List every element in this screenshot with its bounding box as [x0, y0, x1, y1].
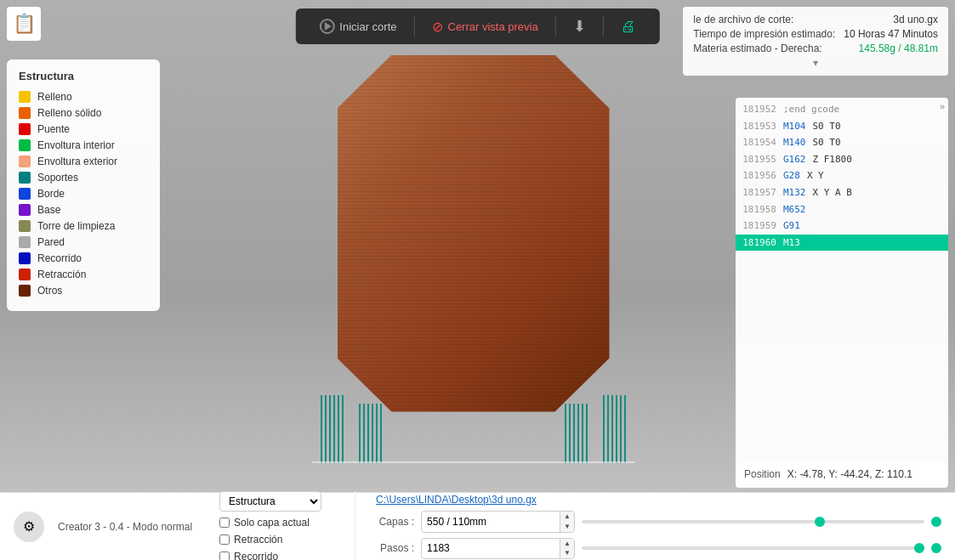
gcode-cmd: M652	[783, 202, 806, 218]
legend-color-swatch	[19, 188, 31, 200]
filter-select-wrap: EstructuraVelocidadTemperaturaAncho de l…	[219, 491, 341, 512]
gcode-line[interactable]: 181958M652	[736, 201, 948, 218]
legend-item[interactable]: Recorrido	[19, 252, 148, 264]
gcode-expand-button[interactable]: »	[940, 101, 945, 111]
legend-color-swatch	[19, 269, 31, 280]
capas-input-wrap: ▲ ▼	[421, 511, 575, 532]
separator3	[603, 16, 604, 37]
time-label: Tiempo de impresión estimado:	[693, 28, 835, 40]
gcode-args: X Y	[807, 168, 824, 184]
legend-item[interactable]: Borde	[19, 188, 148, 200]
legend-color-swatch	[19, 252, 31, 264]
legend-item-label: Envoltura exterior	[37, 156, 117, 167]
download-button[interactable]: ⬇	[560, 14, 600, 39]
gcode-line[interactable]: 181957M132 X Y A B	[736, 184, 948, 201]
printer-button[interactable]: 🖨	[607, 14, 650, 39]
gcode-args: S0 T0	[813, 135, 841, 150]
position-label: Position	[744, 468, 781, 480]
start-cut-button[interactable]: Iniciar corte	[305, 15, 410, 37]
legend-items: Relleno Relleno sólido Puente Envoltura …	[19, 91, 148, 297]
gcode-linenum: 181959	[742, 218, 776, 234]
bottom-bar: ⚙ Creator 3 - 0.4 - Modo normal Estructu…	[0, 492, 955, 560]
gcode-line[interactable]: 181953M104 S0 T0	[736, 118, 948, 135]
legend-item[interactable]: Retracción	[19, 269, 148, 280]
pasos-input[interactable]	[422, 540, 560, 556]
support-2	[359, 404, 383, 463]
gcode-linenum: 181958	[742, 202, 776, 218]
legend-color-swatch	[19, 91, 31, 103]
pasos-up[interactable]: ▲	[560, 539, 574, 549]
gcode-line[interactable]: 181959G91	[736, 218, 948, 235]
gcode-lines: 181952;end gcode181953M104 S0 T0181954M1…	[736, 98, 948, 254]
3d-model-container	[162, 42, 785, 475]
gcode-args: X Y A B	[813, 185, 852, 201]
legend-item[interactable]: Torre de limpieza	[19, 220, 148, 232]
gcode-line[interactable]: 181956G28 X Y	[736, 167, 948, 184]
legend-item-label: Relleno sólido	[37, 107, 101, 119]
legend-color-swatch	[19, 236, 31, 248]
position-display: Position X: -4.78, Y: -44.24, Z: 110.1	[736, 463, 948, 485]
pasos-down[interactable]: ▼	[560, 548, 574, 558]
material-value: 145.58g / 48.81m	[859, 42, 938, 54]
recorrido-row: Recorrido	[219, 551, 341, 561]
legend-item-label: Relleno	[37, 91, 72, 103]
filter-dropdown[interactable]: EstructuraVelocidadTemperaturaAncho de l…	[219, 491, 321, 512]
capas-input[interactable]	[422, 514, 560, 529]
gcode-args: Z F1800	[813, 152, 852, 167]
legend-color-swatch	[19, 285, 31, 297]
gcode-line[interactable]: 181954M140 S0 T0	[736, 134, 948, 151]
pasos-slider-dot	[931, 543, 941, 553]
legend-item[interactable]: Envoltura interior	[19, 139, 148, 151]
no-entry-icon: ⊘	[432, 19, 443, 35]
legend-item[interactable]: Soportes	[19, 172, 148, 184]
legend-item[interactable]: Relleno sólido	[19, 107, 148, 119]
legend-item-label: Recorrido	[37, 252, 82, 264]
retraccion-checkbox[interactable]	[219, 535, 230, 545]
capas-row: Capas : ▲ ▼	[376, 511, 941, 532]
legend-item[interactable]: Relleno	[19, 91, 148, 103]
retraccion-row: Retracción	[219, 534, 341, 546]
pasos-slider[interactable]	[582, 546, 924, 550]
material-label: Materia estimado - Derecha:	[693, 42, 821, 54]
file-path-link[interactable]: C:\Users\LINDA\Desktop\3d uno.gx	[376, 494, 941, 506]
legend-color-swatch	[19, 204, 31, 216]
legend-item[interactable]: Base	[19, 204, 148, 216]
file-section: C:\Users\LINDA\Desktop\3d uno.gx Capas :…	[369, 494, 941, 558]
settings-icon-button[interactable]: ⚙	[14, 512, 44, 542]
gcode-comment: ;end gcode	[783, 102, 839, 117]
legend-item[interactable]: Pared	[19, 236, 148, 248]
gcode-linenum: 181960	[742, 235, 776, 251]
gcode-line[interactable]: 181952;end gcode	[736, 101, 948, 118]
close-preview-button[interactable]: ⊘ Cerrar vista previa	[418, 15, 552, 38]
gcode-line[interactable]: 181960M13	[736, 235, 948, 252]
legend-item-label: Otros	[37, 285, 62, 297]
retraccion-label: Retracción	[234, 534, 282, 546]
legend-item-label: Torre de limpieza	[37, 220, 115, 232]
file-row: le de archivo de corte: 3d uno.gx	[693, 14, 938, 25]
capas-up[interactable]: ▲	[560, 512, 574, 522]
legend-item[interactable]: Puente	[19, 123, 148, 135]
solo-capa-row: Solo capa actual	[219, 517, 341, 529]
gcode-args: S0 T0	[813, 119, 841, 134]
legend-item[interactable]: Envoltura exterior	[19, 156, 148, 167]
support-3	[603, 395, 627, 463]
time-value: 10 Horas 47 Minutos	[844, 28, 938, 40]
recorrido-checkbox[interactable]	[219, 552, 230, 561]
clipboard-button[interactable]: 📋	[7, 7, 41, 41]
capas-down[interactable]: ▼	[560, 522, 574, 532]
capas-slider[interactable]	[582, 520, 924, 523]
gcode-cmd: M13	[783, 235, 800, 251]
gcode-panel: » 181952;end gcode181953M104 S0 T0181954…	[736, 98, 948, 488]
legend-item-label: Envoltura interior	[37, 139, 115, 151]
gcode-linenum: 181957	[742, 185, 776, 201]
info-chevron-icon[interactable]: ▾	[693, 57, 938, 69]
gcode-cmd: M104	[783, 119, 806, 134]
gcode-line[interactable]: 181955G162 Z F1800	[736, 151, 948, 168]
pasos-spinners: ▲ ▼	[560, 539, 574, 558]
legend-color-swatch	[19, 123, 31, 135]
legend-item[interactable]: Otros	[19, 285, 148, 297]
pasos-input-wrap: ▲ ▼	[421, 538, 575, 559]
position-row: Position X: -4.78, Y: -44.24, Z: 110.1	[744, 468, 940, 480]
position-value: X: -4.78, Y: -44.24, Z: 110.1	[787, 468, 912, 480]
solo-capa-checkbox[interactable]	[219, 518, 230, 528]
